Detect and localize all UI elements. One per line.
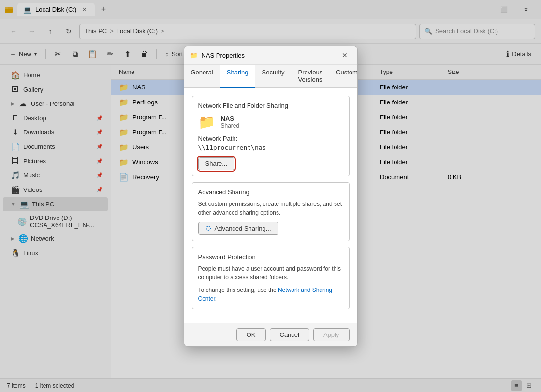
dialog-content: Network File and Folder Sharing 📁 NAS Sh… xyxy=(184,88,357,323)
network-sharing-section: Network File and Folder Sharing 📁 NAS Sh… xyxy=(192,96,350,176)
folder-status: Shared xyxy=(221,122,240,129)
tab-general[interactable]: General xyxy=(184,65,220,88)
advanced-sharing-button-label: Advanced Sharing... xyxy=(215,225,271,232)
tab-sharing[interactable]: Sharing xyxy=(220,65,255,88)
network-path-label: Network Path: xyxy=(198,135,343,142)
advanced-sharing-title: Advanced Sharing xyxy=(198,189,343,196)
password-protection-title: Password Protection xyxy=(198,253,343,261)
ok-button[interactable]: OK xyxy=(236,328,266,341)
dialog-overlay: 📁 NAS Properties ✕ General Sharing Secur… xyxy=(0,0,541,392)
password-protection-section: Password Protection People must have a u… xyxy=(192,247,350,309)
password-change-prefix: To change this setting, use the xyxy=(198,287,278,293)
tab-security[interactable]: Security xyxy=(255,65,292,88)
dialog-title: NAS Properties xyxy=(202,52,245,59)
network-path-value: \\11procurrent\nas xyxy=(198,144,343,151)
dialog-close-button[interactable]: ✕ xyxy=(338,48,351,62)
share-button[interactable]: Share... xyxy=(198,157,235,170)
advanced-sharing-button[interactable]: 🛡 Advanced Sharing... xyxy=(198,222,278,235)
tab-customize[interactable]: Customize xyxy=(329,65,357,88)
apply-button[interactable]: Apply xyxy=(313,328,350,341)
folder-info: 📁 NAS Shared xyxy=(198,114,343,130)
folder-shared-icon: 📁 xyxy=(198,114,215,130)
dialog-footer: OK Cancel Apply xyxy=(184,323,357,346)
password-change-suffix: . xyxy=(215,295,217,302)
network-sharing-title: Network File and Folder Sharing xyxy=(198,102,343,109)
folder-details: NAS Shared xyxy=(221,115,240,129)
dialog-titlebar: 📁 NAS Properties ✕ xyxy=(184,46,357,65)
dialog-tabs: General Sharing Security Previous Versio… xyxy=(184,65,357,88)
dialog-title-icon: 📁 xyxy=(190,52,198,59)
tab-previous-versions[interactable]: Previous Versions xyxy=(292,65,330,88)
cancel-button[interactable]: Cancel xyxy=(270,328,309,341)
advanced-sharing-desc: Set custom permissions, create multiple … xyxy=(198,200,343,217)
shield-icon: 🛡 xyxy=(205,225,212,232)
nas-properties-dialog: 📁 NAS Properties ✕ General Sharing Secur… xyxy=(184,46,358,347)
password-link-text: To change this setting, use the Network … xyxy=(198,286,343,303)
advanced-sharing-section: Advanced Sharing Set custom permissions,… xyxy=(192,182,350,241)
folder-name: NAS xyxy=(221,115,240,122)
password-desc: People must have a user account and pass… xyxy=(198,264,343,282)
